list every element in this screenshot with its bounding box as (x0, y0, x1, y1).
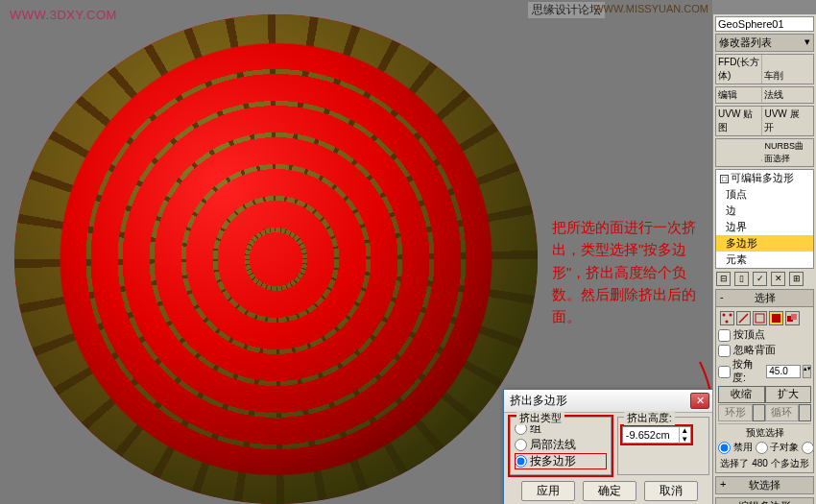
mod-uvwunwrap-button[interactable]: UVW 展开 (762, 107, 808, 135)
radio-by-polygon[interactable]: 按多边形 (515, 453, 607, 469)
preview-multi-radio[interactable] (802, 442, 814, 454)
edit-polygons-header[interactable]: -编辑多边形 (715, 497, 814, 504)
by-vertex-checkbox[interactable]: 按顶点 (718, 327, 811, 343)
stack-level-vertex[interactable]: 顶点 (716, 186, 813, 203)
preview-subobj-radio[interactable] (756, 442, 768, 454)
make-unique-icon[interactable]: ✓ (753, 272, 767, 286)
svg-rect-4 (772, 314, 780, 323)
dialog-titlebar[interactable]: 挤出多边形 ✕ (504, 390, 715, 413)
extrude-polygons-dialog[interactable]: 挤出多边形 ✕ 挤出类型 组 局部法线 按多边形 挤出高度: -9.652cm … (503, 389, 716, 504)
dialog-body: 挤出类型 组 局部法线 按多边形 挤出高度: -9.652cm ▲▼ 应用 确定… (504, 413, 715, 504)
svg-rect-3 (756, 314, 764, 323)
object-name-field[interactable]: GeoSphere01 (715, 16, 814, 32)
selection-rollout: -选择 按顶点 忽略背面 按角度: 45.0 ▴▾ 收缩 扩大 (715, 289, 814, 473)
radio-local-normal[interactable]: 局部法线 (515, 437, 607, 453)
loop-button[interactable]: 循环 (765, 404, 800, 421)
mod-uvwmap-button[interactable]: UVW 贴图 (716, 107, 762, 135)
apply-button[interactable]: 应用 (521, 481, 575, 501)
svg-point-2 (726, 321, 729, 324)
ignore-backface-checkbox[interactable]: 忽略背面 (718, 343, 811, 358)
ring-button[interactable]: 环形 (718, 404, 753, 421)
extrusion-height-value[interactable]: -9.652cm (623, 429, 679, 441)
svg-point-1 (730, 314, 732, 317)
mod-edit-button[interactable]: 编辑 (716, 87, 762, 103)
close-icon[interactable]: ✕ (690, 393, 709, 409)
mod-button-row: FFD(长方体)车削 (715, 54, 814, 84)
geosphere-object[interactable] (14, 14, 538, 504)
show-end-result-icon[interactable]: ▯ (734, 272, 749, 286)
preview-disable-radio[interactable] (718, 442, 731, 454)
soft-selection-header[interactable]: +软选择 (715, 476, 814, 494)
extrusion-type-fieldset: 挤出类型 组 局部法线 按多边形 (510, 417, 612, 475)
watermark-top-right: WWW.MISSYUAN.COM (593, 3, 708, 14)
by-angle-checkbox[interactable] (718, 366, 731, 378)
extrusion-height-legend: 挤出高度: (624, 411, 675, 425)
ok-button[interactable]: 确定 (583, 481, 636, 501)
svg-point-0 (723, 314, 726, 317)
instruction-annotation: 把所选的面进行一次挤出，类型选择"按多边形"，挤出高度给个负数。然后删除挤出后的… (552, 216, 706, 327)
modifier-list-dropdown[interactable]: 修改器列表 ▾ (715, 34, 814, 52)
mod-ffd-button[interactable]: FFD(长方体) (716, 55, 762, 84)
dialog-button-row: 应用 确定 取消 (510, 481, 709, 501)
stack-level-edge[interactable]: 边 (716, 203, 813, 219)
mod-nurbs-button[interactable]: NURBS曲面选择 (762, 139, 808, 166)
stack-level-element[interactable]: 元素 (716, 252, 813, 268)
soft-selection-rollout: +软选择 (715, 476, 814, 494)
mod-button-row: 编辑法线 (715, 86, 814, 104)
grow-button[interactable]: 扩大 (765, 386, 812, 403)
stack-level-polygon[interactable]: 多边形 (716, 235, 813, 252)
pin-stack-icon[interactable]: ⊟ (716, 272, 731, 286)
mod-button-row: NURBS曲面选择 (715, 138, 814, 167)
stack-level-border[interactable]: 边界 (716, 219, 813, 235)
cancel-button[interactable]: 取消 (644, 481, 698, 501)
stack-tool-buttons: ⊟ ▯ ✓ ✕ ⊞ (716, 272, 813, 286)
extrusion-height-fieldset: 挤出高度: -9.652cm ▲▼ (617, 417, 709, 475)
expand-icon[interactable]: □ (720, 175, 729, 183)
extrusion-height-spinner[interactable]: -9.652cm ▲▼ (622, 426, 691, 444)
command-panel[interactable]: GeoSphere01 修改器列表 ▾ FFD(长方体)车削 编辑法线 UVW … (712, 14, 816, 504)
polygon-mode-icon[interactable] (769, 311, 783, 325)
spinner-arrows-icon[interactable]: ▲▼ (679, 426, 690, 444)
stack-editable-poly[interactable]: □可编辑多边形 (716, 170, 813, 186)
vertex-mode-icon[interactable] (720, 311, 734, 325)
selection-status-text: 选择了 480 个多边形 (718, 455, 811, 470)
modifier-stack[interactable]: □可编辑多边形 顶点 边 边界 多边形 元素 (715, 169, 814, 269)
configure-sets-icon[interactable]: ⊞ (789, 272, 804, 286)
watermark-top-left: WWW.3DXY.COM (10, 8, 117, 22)
remove-modifier-icon[interactable]: ✕ (771, 272, 785, 286)
svg-rect-6 (791, 314, 797, 320)
shrink-button[interactable]: 收缩 (718, 386, 765, 403)
mod-button-row: UVW 贴图UVW 展开 (715, 106, 814, 136)
mod-normal-button[interactable]: 法线 (762, 87, 808, 103)
border-mode-icon[interactable] (753, 311, 767, 325)
selection-rollout-header[interactable]: -选择 (715, 289, 814, 307)
angle-spinner[interactable]: 45.0 (766, 365, 801, 378)
spinner-arrows-icon[interactable]: ▴▾ (803, 365, 811, 378)
edge-mode-icon[interactable] (736, 311, 751, 325)
dialog-title-text: 挤出多边形 (510, 393, 690, 409)
element-mode-icon[interactable] (785, 311, 800, 325)
extrusion-type-legend: 挤出类型 (516, 411, 564, 425)
preview-selection-label: 预览选择 (718, 423, 811, 440)
edit-polygons-rollout: -编辑多边形 插入顶点 挤出 轮廓 倒角 插入 桥 翻转 从边旋转 沿样条线挤出… (715, 497, 814, 504)
mod-lathe-button[interactable]: 车削 (762, 68, 808, 84)
subobject-icons (718, 309, 811, 327)
